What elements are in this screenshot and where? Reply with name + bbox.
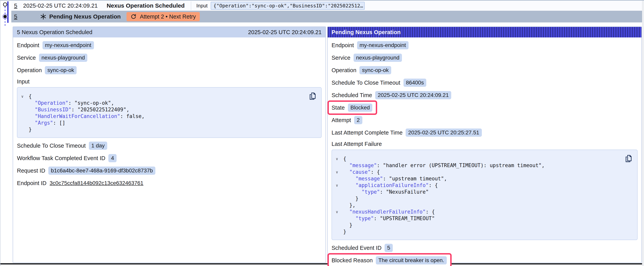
event-id-link[interactable]: 5 — [14, 2, 17, 9]
field-label: Operation — [332, 67, 356, 74]
code-line: ∨{ — [21, 93, 316, 100]
field-operation: Operationsync-op-ok — [332, 66, 638, 75]
event-input-group: Input {"Operation":"sync-op-ok","Busines… — [191, 1, 365, 10]
event-node-filled-icon — [4, 15, 7, 18]
field-request-id: Request IDb1c6a4bc-8ee7-468a-9169-df3b02… — [17, 166, 322, 175]
field-value: nexus-playground — [354, 54, 402, 62]
field-last-attempt-complete-time: Last Attempt Complete Time2025-02-25 UTC… — [332, 128, 638, 137]
code-line: } — [336, 222, 632, 228]
field-label: Service — [17, 55, 36, 61]
retry-icon — [130, 14, 137, 20]
failure-section-label: Last Attempt Failure — [332, 141, 638, 147]
copy-icon[interactable] — [625, 154, 632, 163]
code-line: "Operation": "sync-op-ok", — [21, 100, 316, 106]
field-value: The circuit breaker is open. — [376, 256, 447, 264]
code-text: } — [343, 222, 352, 228]
field-endpoint: Endpointmy-nexus-endpoint — [332, 41, 638, 50]
field-value: 2025-02-25 UTC 20:25:27.51 — [406, 129, 482, 137]
event-row-pending-selected[interactable]: 5 Pending Nexus Operation Attempt 2 • Ne… — [11, 11, 642, 23]
field-label: Schedule To Close Timeout — [332, 80, 400, 86]
event-timestamp: 2025-02-25 UTC 20:24:09.21 — [23, 3, 98, 9]
code-text: { — [29, 93, 32, 100]
code-line: ∨ "cause": { — [336, 169, 632, 175]
field-value: b1c6a4bc-8ee7-468a-9169-df3b02c8737b — [48, 167, 155, 175]
field-value: 4 — [108, 154, 116, 162]
code-gutter — [21, 113, 29, 120]
code-text: { — [343, 155, 346, 162]
code-gutter — [21, 106, 29, 113]
vertical-scrollbar[interactable] — [642, 1, 644, 266]
field-value: 86400s — [404, 79, 426, 87]
field-label: Endpoint — [332, 42, 354, 49]
field-value: 2 — [354, 116, 362, 124]
code-line: ∨ "nexusHandlerFailureInfo": { — [336, 208, 632, 215]
field-label: Operation — [17, 67, 42, 74]
field-label: Attempt — [332, 117, 351, 123]
code-gutter — [21, 120, 29, 126]
field-label: Scheduled Event ID — [332, 245, 382, 251]
event-row-scheduled[interactable]: 5 2025-02-25 UTC 20:24:09.21 Nexus Opera… — [11, 1, 642, 11]
field-value: Blocked — [348, 104, 372, 112]
field-value[interactable]: 3c0c75ccfa8144b092c13ce632463761 — [50, 180, 144, 186]
field-label: Blocked Reason — [332, 257, 373, 264]
field-label: State — [332, 105, 345, 111]
code-gutter — [336, 162, 343, 169]
code-text: "applicationFailureInfo": { — [343, 182, 438, 189]
pending-asterisk-icon — [40, 13, 46, 20]
field-scheduled-event-id: Scheduled Event ID5 — [332, 243, 638, 252]
code-text: } — [343, 228, 346, 235]
field-value: my-nexus-endpoint — [357, 41, 408, 49]
annotation-highlight: StateBlocked — [328, 100, 377, 115]
field-schedule-to-close-timeout: Schedule To Close Timeout86400s — [332, 78, 638, 87]
field-label: Request ID — [17, 167, 45, 174]
collapse-chevron-icon[interactable]: ∨ — [336, 208, 343, 215]
code-line: } — [336, 228, 632, 235]
field-schedule-to-close-timeout: Schedule To Close Timeout1 day — [17, 141, 322, 150]
field-value: 2025-02-25 UTC 20:24:09.21 — [375, 91, 451, 99]
failure-json-viewer: ∨{ "message": "handler error (UPSTREAM_T… — [332, 150, 638, 240]
code-text: "Args": [] — [29, 120, 65, 126]
field-label: Last Attempt Complete Time — [332, 129, 402, 136]
event-id-link[interactable]: 5 — [14, 13, 17, 20]
code-gutter — [336, 189, 343, 195]
panel-title: Pending Nexus Operation — [332, 29, 401, 36]
code-gutter — [336, 228, 343, 235]
copy-icon[interactable] — [309, 92, 316, 101]
code-text: "HandlerWaitForCancellation": false, — [29, 113, 145, 120]
left-fields-top: Endpointmy-nexus-endpointServicenexus-pl… — [17, 41, 322, 75]
code-text: } — [343, 195, 358, 202]
left-fields-bottom: Schedule To Close Timeout1 dayWorkflow T… — [17, 141, 322, 187]
input-json-viewer: ∨{ "Operation": "sync-op-ok", "BusinessI… — [17, 87, 322, 138]
code-gutter — [336, 222, 343, 228]
retry-status-badge: Attempt 2 • Next Retry — [126, 12, 200, 21]
code-line: "Args": [] — [21, 120, 316, 126]
field-scheduled-time: Scheduled Time2025-02-25 UTC 20:24:09.21 — [332, 91, 638, 99]
code-text: } — [29, 126, 32, 133]
code-text: "Operation": "sync-op-ok", — [29, 100, 114, 106]
collapse-chevron-icon[interactable]: ∨ — [336, 182, 343, 189]
field-state: StateBlocked — [332, 103, 638, 112]
code-gutter — [21, 100, 29, 106]
field-operation: Operationsync-op-ok — [17, 66, 322, 75]
field-label: Scheduled Time — [332, 92, 372, 99]
code-line: } — [21, 126, 316, 133]
input-json-preview-chip[interactable]: {"Operation":"sync-op-ok","BusinessID":"… — [211, 2, 365, 10]
code-line: "message": "upstream timeout", — [336, 175, 632, 182]
pending-operation-panel: Pending Nexus Operation Endpointmy-nexus… — [327, 27, 642, 263]
field-attempt: Attempt2 — [332, 116, 638, 124]
retry-badge-label: Attempt 2 • Next Retry — [140, 14, 196, 20]
field-value: sync-op-ok — [45, 66, 76, 74]
code-text: "message": "handler error (UPSTREAM_TIME… — [343, 162, 544, 169]
field-label: Workflow Task Completed Event ID — [17, 155, 105, 161]
input-section-label: Input — [17, 78, 322, 85]
code-gutter — [21, 126, 29, 133]
field-value: my-nexus-endpoint — [42, 41, 94, 49]
collapse-chevron-icon[interactable]: ∨ — [336, 169, 343, 175]
code-gutter — [336, 175, 343, 182]
field-label: Endpoint — [17, 42, 39, 49]
code-text: "message": "upstream timeout", — [343, 175, 447, 182]
collapse-chevron-icon[interactable]: ∨ — [21, 93, 29, 100]
collapse-chevron-icon[interactable]: ∨ — [336, 155, 343, 162]
code-line: "BusinessID": "20250225122409", — [21, 106, 316, 113]
code-text: "cause": { — [343, 169, 380, 175]
